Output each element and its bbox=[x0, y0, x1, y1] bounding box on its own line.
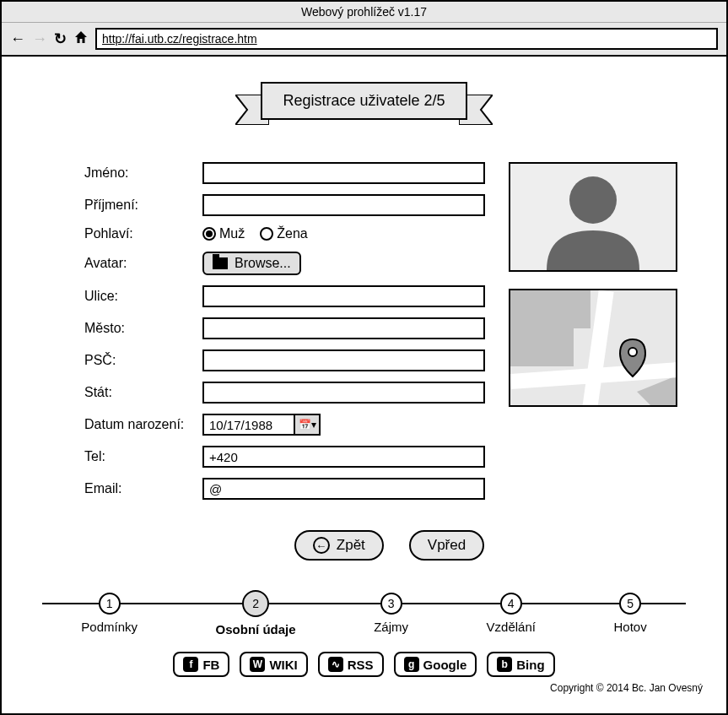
step-label: Vzdělání bbox=[487, 620, 536, 634]
firstname-input[interactable] bbox=[202, 162, 485, 184]
social-icon: f bbox=[183, 657, 198, 672]
social-label: WIKI bbox=[269, 658, 297, 672]
step-2[interactable]: 2Osobní údaje bbox=[216, 593, 296, 636]
step-circle: 5 bbox=[619, 593, 641, 615]
folder-icon bbox=[213, 257, 228, 269]
forward-button-label: Vpřed bbox=[428, 537, 466, 554]
social-fb-button[interactable]: fFB bbox=[173, 652, 229, 677]
gender-female-label: Žena bbox=[277, 226, 307, 241]
browse-button[interactable]: Browse... bbox=[202, 252, 301, 275]
email-label: Email: bbox=[84, 481, 202, 496]
step-label: Zájmy bbox=[374, 620, 408, 634]
nav-buttons: ← Zpět Vpřed bbox=[17, 530, 711, 561]
banner-title: Registrace uživatele 2/5 bbox=[261, 82, 466, 120]
social-label: Google bbox=[423, 658, 467, 672]
social-google-button[interactable]: gGoogle bbox=[394, 652, 477, 677]
social-bing-button[interactable]: bBing bbox=[487, 652, 554, 677]
step-5[interactable]: 5Hotov bbox=[613, 593, 646, 636]
gender-male-label: Muž bbox=[219, 226, 245, 241]
arrow-left-icon: ← bbox=[313, 537, 330, 554]
step-circle: 4 bbox=[500, 593, 522, 615]
street-input[interactable] bbox=[202, 285, 485, 307]
social-label: FB bbox=[202, 658, 219, 672]
step-label: Osobní údaje bbox=[216, 622, 296, 636]
zip-input[interactable] bbox=[202, 349, 485, 371]
avatar-label: Avatar: bbox=[84, 256, 202, 271]
social-icon: W bbox=[250, 657, 265, 672]
browse-button-label: Browse... bbox=[235, 256, 291, 271]
svg-point-2 bbox=[569, 176, 617, 224]
home-icon[interactable] bbox=[73, 30, 89, 49]
social-icon: g bbox=[404, 657, 419, 672]
avatar-placeholder bbox=[509, 162, 677, 272]
back-icon[interactable]: ← bbox=[10, 30, 25, 48]
city-label: Město: bbox=[84, 321, 202, 336]
country-input[interactable] bbox=[202, 382, 485, 404]
url-input[interactable]: http://fai.utb.cz/registrace.htm bbox=[95, 28, 718, 50]
social-icon: ∿ bbox=[328, 657, 343, 672]
form-column: Jméno: Příjmení: Pohlaví: Muž bbox=[84, 162, 485, 510]
dob-input[interactable] bbox=[202, 414, 295, 436]
step-label: Podmínky bbox=[81, 620, 138, 634]
person-icon bbox=[530, 165, 656, 270]
map-icon bbox=[510, 290, 677, 407]
step-4[interactable]: 4Vzdělání bbox=[487, 593, 536, 636]
social-row: fFBWWIKI∿RSSgGooglebBing bbox=[17, 652, 711, 677]
firstname-label: Jméno: bbox=[84, 165, 202, 181]
browser-toolbar: ← → ↻ http://fai.utb.cz/registrace.htm bbox=[2, 23, 726, 57]
social-icon: b bbox=[497, 657, 512, 672]
gender-label: Pohlaví: bbox=[84, 226, 202, 241]
window-title: Webový prohlížeč v1.17 bbox=[2, 2, 726, 23]
svg-point-8 bbox=[628, 348, 637, 356]
step-circle: 2 bbox=[242, 590, 269, 617]
back-button[interactable]: ← Zpět bbox=[294, 530, 384, 561]
social-rss-button[interactable]: ∿RSS bbox=[318, 652, 384, 677]
map-placeholder bbox=[509, 289, 677, 407]
calendar-button[interactable]: 📅▾ bbox=[295, 414, 321, 436]
radio-unchecked-icon bbox=[260, 227, 273, 241]
lastname-label: Příjmení: bbox=[84, 198, 202, 213]
reload-icon[interactable]: ↻ bbox=[54, 30, 67, 48]
forward-icon[interactable]: → bbox=[32, 30, 47, 48]
step-circle: 1 bbox=[99, 593, 121, 615]
country-label: Stát: bbox=[84, 385, 202, 400]
side-column bbox=[509, 162, 677, 510]
gender-female-radio[interactable]: Žena bbox=[260, 226, 307, 241]
dob-label: Datum narození: bbox=[84, 417, 202, 432]
social-label: Bing bbox=[516, 658, 544, 672]
social-label: RSS bbox=[348, 658, 374, 672]
page-content: Registrace uživatele 2/5 Jméno: Příjmení… bbox=[2, 57, 726, 702]
lastname-input[interactable] bbox=[202, 194, 485, 216]
form-area: Jméno: Příjmení: Pohlaví: Muž bbox=[17, 162, 711, 510]
calendar-icon: 📅▾ bbox=[299, 419, 316, 431]
back-button-label: Zpět bbox=[337, 537, 365, 554]
browser-window: Webový prohlížeč v1.17 ← → ↻ http://fai.… bbox=[0, 0, 728, 715]
gender-male-radio[interactable]: Muž bbox=[202, 226, 245, 241]
step-1[interactable]: 1Podmínky bbox=[81, 593, 138, 636]
step-circle: 3 bbox=[380, 593, 402, 615]
forward-button[interactable]: Vpřed bbox=[409, 530, 484, 561]
banner: Registrace uživatele 2/5 bbox=[17, 82, 711, 120]
social-wiki-button[interactable]: WWIKI bbox=[240, 652, 307, 677]
email-input[interactable] bbox=[202, 478, 485, 500]
city-input[interactable] bbox=[202, 317, 485, 339]
radio-checked-icon bbox=[202, 227, 216, 241]
step-3[interactable]: 3Zájmy bbox=[374, 593, 408, 636]
step-indicator: 1Podmínky2Osobní údaje3Zájmy4Vzdělání5Ho… bbox=[42, 584, 686, 636]
zip-label: PSČ: bbox=[84, 353, 202, 368]
step-label: Hotov bbox=[613, 620, 646, 634]
street-label: Ulice: bbox=[84, 289, 202, 304]
tel-input[interactable] bbox=[202, 446, 485, 468]
tel-label: Tel: bbox=[84, 449, 202, 464]
copyright-text: Copyright © 2014 Bc. Jan Ovesný bbox=[17, 682, 711, 694]
